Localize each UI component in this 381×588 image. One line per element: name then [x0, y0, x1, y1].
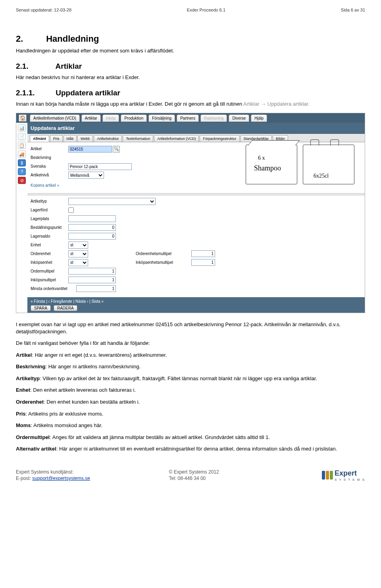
inkopsenhet-select[interactable]: st	[68, 259, 88, 266]
niva-label: Artikelnivå	[31, 172, 68, 178]
page-number: Sida 6 av 31	[341, 7, 365, 13]
orderenhetsmult-input[interactable]	[191, 250, 215, 257]
field-desc: Alternativ artikel: Här anger ni artikel…	[16, 445, 365, 453]
support-email-link[interactable]: support@expertsystems.se	[32, 476, 90, 481]
bestallpkt-input[interactable]	[68, 224, 116, 231]
side-toolbar: 📊 📄 📋 🚚 $ ? ⊘	[16, 123, 27, 313]
route-hint: Artiklar → Uppdatera artiklar.	[243, 101, 310, 107]
inkopsmultipel-input[interactable]	[68, 277, 116, 283]
top-tab[interactable]: Diverse	[229, 114, 249, 122]
app-screenshot: 🏠 Artikelinformation (VCD) Artiklar Inkö…	[16, 113, 365, 313]
box-illustration: 6 x Shampoo	[246, 145, 297, 184]
enhet-select[interactable]: st	[68, 242, 88, 249]
last-updated: Senast uppdaterat: 12-03-28	[16, 7, 71, 13]
subsection-heading: 2.1. Artiklar	[16, 61, 365, 72]
lagersaldo-label: Lagersaldo	[31, 234, 68, 239]
top-tab[interactable]: Partners	[177, 114, 199, 122]
delete-button[interactable]: RADERA	[54, 305, 77, 311]
top-tab[interactable]: Produktion	[121, 114, 147, 122]
svenska-label: Svenska	[31, 164, 68, 169]
subsection-title: Artiklar	[56, 62, 82, 70]
bestallpkt-label: Beställningspunkt	[31, 225, 68, 230]
field-desc: Enhet: Den enhet artikeln levereras och …	[16, 387, 365, 394]
expert-logo: Expert S Y S T E M S	[322, 468, 365, 482]
subsubsection-title: Uppdatera artiklar	[56, 89, 120, 97]
typ-select[interactable]	[68, 198, 156, 205]
lagerplats-label: Lagerplats	[31, 216, 68, 222]
field-desc: Orderenhet: Den enhet kunden kan beställ…	[16, 398, 365, 406]
fields-intro: De fält ni vanligast behöver fylla i för…	[16, 340, 365, 347]
sub-tab-forpackning[interactable]: Förpackningsstruktur	[200, 135, 239, 142]
sub-tab-textinfo[interactable]: Textinformation	[123, 135, 153, 142]
field-desc: Beskrivning: Här anger ni artikelns namn…	[16, 363, 365, 370]
orderenhet-select[interactable]: st	[68, 250, 88, 257]
top-tab[interactable]: Artiklar	[81, 114, 101, 122]
orderenhet-label: Orderenhet	[31, 251, 68, 257]
section-number: 2.	[16, 33, 44, 45]
field-desc: Ordermultipel: Anges för att validera at…	[16, 434, 365, 441]
minsta-label: Minsta orderkvantitet	[31, 286, 76, 292]
subsection-number: 2.1.	[16, 61, 54, 72]
footer-copyright: © Expert Systems 2012	[169, 469, 322, 475]
lagerplats-input[interactable]	[68, 215, 116, 222]
top-tab[interactable]: Radvisning	[200, 114, 227, 122]
top-tab[interactable]: Hjälp	[251, 114, 267, 122]
field-desc: Artikeltyp: Vilken typ av artikel det är…	[16, 375, 365, 382]
subsubsection-text: Innan ni kan börja handla måste ni lägga…	[16, 101, 365, 108]
paging-links[interactable]: « Första | ‹ Föregående | Nästa › | Sist…	[31, 299, 362, 304]
sub-tab-vcd[interactable]: Artikelinformation (VCD)	[154, 135, 199, 142]
product-illustration: 6 x Shampoo 6x25cl	[246, 145, 361, 188]
ordermultipel-label: Ordermultipel	[31, 269, 68, 274]
top-tab[interactable]: Artikelinformation (VCD)	[30, 114, 80, 122]
ordermultipel-input[interactable]	[68, 268, 116, 275]
typ-label: Artikeltyp	[31, 199, 68, 204]
sub-tab-allmant[interactable]: Allmänt	[30, 135, 49, 142]
subsubsection-heading: 2.1.1. Uppdatera artiklar	[16, 88, 365, 98]
inkopsenhetsmult-label: Inköpsenhetsmultipel	[136, 260, 191, 265]
field-desc: Moms: Artikelns momskod anges här.	[16, 422, 365, 429]
top-tab[interactable]: Inköp	[102, 114, 119, 122]
home-icon[interactable]: 🏠	[19, 114, 27, 122]
top-tab[interactable]: Försäljning	[148, 114, 175, 122]
doc-title: Exder Proceedo 6.1	[187, 7, 225, 13]
side-icon[interactable]: 📊	[18, 124, 26, 132]
subsection-text: Här nedan beskrivs hur ni hanterar era a…	[16, 74, 365, 81]
lagerford-label: Lagerförd	[31, 207, 68, 213]
side-icon[interactable]: 📋	[18, 142, 26, 149]
copy-article-link[interactable]: Kopiera artikel »	[31, 180, 59, 191]
save-button[interactable]: SPARA	[31, 305, 51, 311]
artikel-input[interactable]	[68, 146, 112, 153]
search-icon[interactable]: 🔍	[113, 146, 120, 153]
body-text: I exemplet ovan har vi lagt upp en artik…	[16, 321, 365, 453]
side-icon[interactable]: ?	[18, 168, 26, 175]
lagersaldo-input[interactable]	[68, 233, 116, 240]
side-icon[interactable]: ⊘	[18, 177, 26, 184]
sub-tab-pris[interactable]: Pris	[50, 135, 63, 142]
panel-title: Uppdatera artiklar	[27, 123, 365, 134]
svenska-input[interactable]	[68, 163, 132, 170]
subsubsection-number: 2.1.1.	[16, 88, 54, 98]
minsta-input[interactable]	[76, 285, 116, 292]
app-top-tabbar: 🏠 Artikelinformation (VCD) Artiklar Inkö…	[16, 113, 365, 123]
bottles-illustration: 6x25cl	[303, 145, 354, 184]
orderenhetsmult-label: Orderenhetsmultipel	[136, 251, 191, 257]
side-icon[interactable]: 📄	[18, 133, 26, 140]
sub-tab-matt[interactable]: Mått	[64, 135, 77, 142]
footer-support-label: Expert Systems kundtjänst:	[16, 469, 169, 475]
enhet-label: Enhet	[31, 242, 68, 248]
sub-tab-webb[interactable]: Webb	[77, 135, 93, 142]
artikel-label: Artikel	[31, 146, 68, 152]
section-heading: 2. Handledning	[16, 33, 365, 45]
inkopsenhetsmult-input[interactable]	[191, 259, 215, 266]
niva-select[interactable]: Mellannivå	[68, 172, 104, 179]
side-icon[interactable]: $	[18, 159, 26, 166]
nav-footer: « Första | ‹ Föregående | Nästa › | Sist…	[27, 297, 365, 313]
side-icon[interactable]: 🚚	[18, 151, 26, 158]
example-paragraph: I exemplet ovan har vi lagt upp en artik…	[16, 321, 365, 335]
lagerford-checkbox[interactable]	[68, 207, 74, 213]
inkopsenhet-label: Inköpsenhet	[31, 260, 68, 265]
sub-tab-struktur[interactable]: Artikelstruktur	[94, 135, 122, 142]
section-intro: Handledningen är uppdelad efter de momen…	[16, 47, 365, 54]
page-footer: Expert Systems kundtjänst: E-post: suppo…	[16, 468, 365, 482]
field-desc: Pris: Artikelns pris är exklusive moms.	[16, 410, 365, 418]
